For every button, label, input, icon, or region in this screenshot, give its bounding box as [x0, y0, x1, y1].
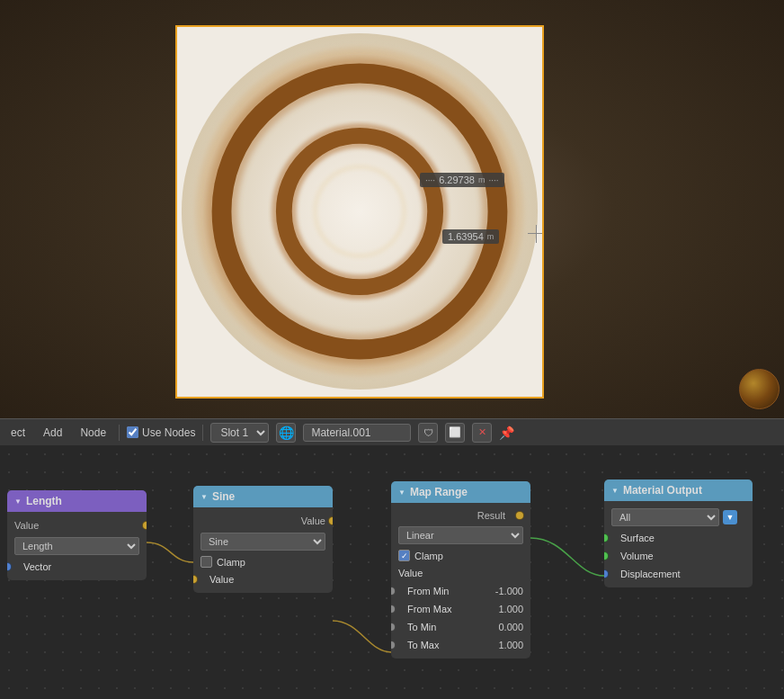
length-value-row: Value	[7, 516, 147, 534]
sine-value-input-label: Value	[209, 574, 234, 585]
map-range-clamp-checkbox[interactable]: ✓	[398, 550, 410, 561]
length-vector-label: Vector	[23, 561, 51, 572]
world-icon-btn[interactable]: 🌐	[276, 423, 296, 443]
map-range-from-max-row: From Max 1.000	[391, 600, 530, 618]
map-range-node: ▼ Map Range Result Linear ✓ Clamp	[391, 481, 530, 659]
pin-button[interactable]: 📌	[499, 426, 514, 440]
sine-node-triangle: ▼	[200, 493, 208, 501]
map-range-result-row: Result	[391, 507, 530, 524]
sine-clamp-checkbox[interactable]	[200, 556, 212, 568]
map-range-to-min-socket[interactable]	[391, 623, 396, 632]
sine-clamp-label: Clamp	[217, 557, 245, 568]
material-delete-btn[interactable]: ✕	[472, 423, 492, 443]
length-node-body: Value Length Vector	[7, 512, 147, 580]
map-range-to-max-row: To Max 1.000	[391, 636, 530, 654]
length-node-header: ▼ Length	[7, 490, 147, 512]
map-range-to-min-row: To Min 0.000	[391, 618, 530, 636]
sine-dropdown-row[interactable]: Sine	[193, 530, 333, 553]
measure-label-1: ···· 6.29738 m ····	[420, 173, 504, 187]
map-range-to-min-value[interactable]: 0.000	[466, 622, 524, 632]
crosshair	[528, 225, 544, 243]
measure-label-2: 1.63954 m	[442, 229, 499, 244]
separator-2	[202, 425, 203, 441]
length-value-output-socket[interactable]	[142, 521, 147, 530]
use-nodes-checkbox[interactable]	[127, 426, 138, 438]
sine-node: ▼ Sine Value Sine Clamp	[193, 486, 333, 593]
map-range-to-max-value[interactable]: 1.000	[466, 640, 524, 650]
sine-value-output-socket[interactable]	[328, 516, 333, 525]
sine-type-dropdown[interactable]: Sine	[200, 533, 325, 551]
material-output-surface-socket[interactable]	[604, 533, 609, 542]
length-dropdown-row[interactable]: Length	[7, 534, 147, 558]
map-range-result-label: Result	[477, 510, 505, 521]
material-output-volume-label: Volume	[620, 551, 654, 561]
map-range-node-title: Map Range	[410, 486, 468, 498]
length-vector-input-socket[interactable]	[7, 562, 12, 571]
material-output-surface-row: Surface	[604, 529, 753, 547]
sine-value-input-row: Value	[193, 570, 333, 588]
length-type-dropdown[interactable]: Length	[14, 537, 139, 555]
map-range-node-header: ▼ Map Range	[391, 481, 530, 503]
length-node-triangle: ▼	[14, 497, 22, 506]
map-range-from-min-value[interactable]: -1.000	[466, 586, 524, 596]
sine-clamp-row[interactable]: Clamp	[193, 553, 333, 570]
material-copy-btn[interactable]: ⬜	[445, 423, 465, 443]
material-output-displacement-socket[interactable]	[604, 569, 609, 578]
slot-dropdown[interactable]: Slot 1	[210, 423, 269, 443]
map-range-from-min-socket[interactable]	[391, 587, 396, 596]
material-output-volume-row: Volume	[604, 547, 753, 565]
material-output-target-dropdown[interactable]: All	[611, 508, 719, 526]
material-output-title: Material Output	[623, 484, 702, 497]
node-editor: ect Add Node Use Nodes Slot 1 🌐 🛡 ⬜ ✕ 📌	[0, 418, 784, 699]
material-output-all-row[interactable]: All ▼	[604, 506, 753, 529]
add-button[interactable]: Add	[38, 425, 67, 441]
target-icon: ▼	[723, 510, 737, 524]
map-range-type-row[interactable]: Linear	[391, 524, 530, 547]
length-node-title: Length	[26, 495, 62, 507]
node-toolbar: ect Add Node Use Nodes Slot 1 🌐 🛡 ⬜ ✕ 📌	[0, 418, 784, 445]
map-range-type-dropdown[interactable]: Linear	[398, 526, 523, 544]
node-button[interactable]: Node	[75, 425, 111, 441]
material-output-body: All ▼ Surface Volume Displacement	[604, 501, 753, 587]
material-output-header: ▼ Material Output	[604, 479, 753, 501]
map-range-node-body: Result Linear ✓ Clamp Value From	[391, 503, 530, 659]
map-range-node-triangle: ▼	[398, 488, 405, 497]
node-canvas: ▼ Length Value Length Vector	[0, 445, 784, 699]
viewport: ···· 6.29738 m ···· 1.63954 m	[0, 0, 784, 418]
sine-node-title: Sine	[212, 490, 235, 503]
material-output-node: ▼ Material Output All ▼ Surface Volume	[604, 479, 753, 587]
material-output-volume-socket[interactable]	[604, 551, 609, 560]
material-output-displacement-label: Displacement	[620, 569, 681, 579]
length-node: ▼ Length Value Length Vector	[7, 490, 147, 580]
map-range-from-min-label: From Min	[407, 586, 466, 596]
map-range-clamp-label: Clamp	[414, 551, 443, 561]
sine-value-output-label: Value	[200, 515, 325, 526]
map-range-clamp-row[interactable]: ✓ Clamp	[391, 547, 530, 564]
use-nodes-toggle[interactable]: Use Nodes	[127, 426, 195, 439]
separator-1	[119, 425, 120, 441]
blender-watermark	[739, 369, 780, 409]
length-vector-row: Vector	[7, 558, 147, 576]
map-range-to-min-label: To Min	[407, 622, 466, 632]
map-range-value-section-label: Value	[398, 568, 423, 578]
material-output-displacement-row: Displacement	[604, 565, 753, 583]
map-range-from-max-socket[interactable]	[391, 605, 396, 614]
material-output-triangle: ▼	[611, 487, 619, 495]
material-shield-btn[interactable]: 🛡	[418, 423, 438, 443]
sine-value-input-socket[interactable]	[193, 575, 198, 584]
material-name-field[interactable]	[303, 424, 411, 442]
sine-value-output-row: Value	[193, 512, 333, 530]
sine-node-header: ▼ Sine	[193, 486, 333, 507]
select-button[interactable]: ect	[5, 425, 31, 441]
map-range-from-min-row: From Min -1.000	[391, 582, 530, 600]
map-range-to-max-label: To Max	[407, 640, 466, 650]
sine-node-body: Value Sine Clamp Value	[193, 507, 333, 593]
render-preview: ···· 6.29738 m ···· 1.63954 m	[175, 25, 544, 399]
material-output-surface-label: Surface	[620, 533, 655, 543]
map-range-value-section: Value	[391, 564, 530, 582]
map-range-result-socket[interactable]	[515, 511, 524, 520]
map-range-from-max-label: From Max	[407, 604, 466, 614]
use-nodes-label-text: Use Nodes	[142, 426, 195, 439]
map-range-from-max-value[interactable]: 1.000	[466, 604, 524, 614]
map-range-to-max-socket[interactable]	[391, 641, 396, 650]
